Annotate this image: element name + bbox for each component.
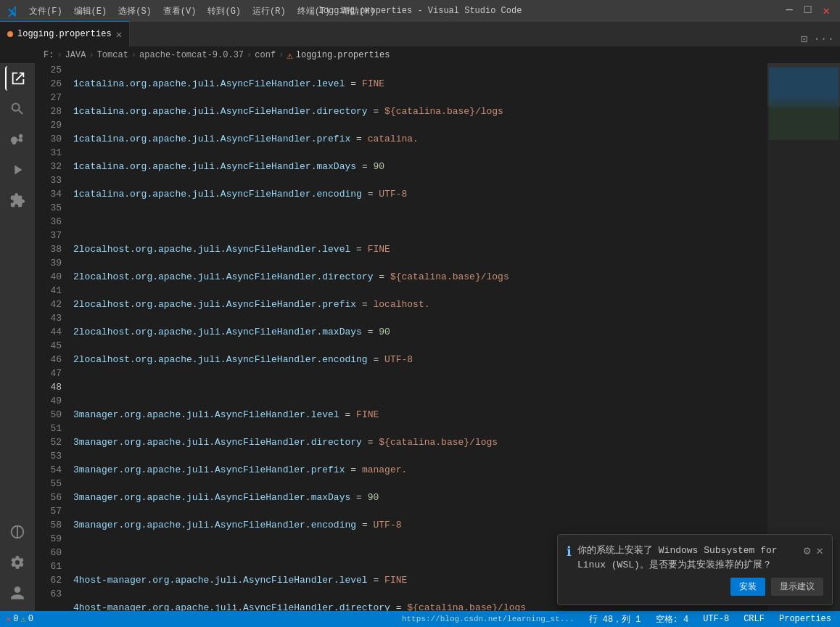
menu-file[interactable]: 文件(F) — [25, 4, 67, 19]
menu-run[interactable]: 运行(R) — [248, 4, 290, 19]
wsl-notification: ℹ 你的系统上安装了 Windows Subsystem for Linux (… — [557, 534, 833, 605]
breadcrumb-tomcat[interactable]: Tomcat — [97, 50, 128, 60]
status-spaces[interactable]: 空格: 4 — [653, 613, 692, 626]
breadcrumb-java[interactable]: JAVA — [65, 50, 86, 60]
notification-header: ℹ 你的系统上安装了 Windows Subsystem for Linux (… — [567, 544, 823, 572]
breadcrumb-filename[interactable]: logging.properties — [296, 50, 390, 60]
code-line-35: 2localhost.org.apache.juli.AsyncFileHand… — [73, 353, 767, 366]
breadcrumb-drive[interactable]: F: — [44, 50, 54, 60]
line-numbers: 25 26 27 28 29 30 31 32 33 34 35 36 37 3… — [35, 63, 67, 611]
activity-bar — [0, 63, 35, 611]
tab-close-button[interactable]: ✕ — [116, 28, 122, 41]
status-errors[interactable]: ✕ 0 ⚠ 0 — [6, 614, 33, 625]
warning-icon: ⚠ — [20, 614, 25, 625]
code-line-38: 3manager.org.apache.juli.AsyncFileHandle… — [73, 435, 767, 449]
activity-settings[interactable] — [5, 550, 30, 575]
activity-extensions[interactable] — [5, 188, 30, 213]
breadcrumb-tomcat-version[interactable]: apache-tomcat-9.0.37 — [139, 50, 244, 60]
code-area[interactable]: 25 26 27 28 29 30 31 32 33 34 35 36 37 3… — [35, 63, 840, 611]
notification-text: 你的系统上安装了 Windows Subsystem for Linux (WS… — [577, 544, 798, 572]
notification-gear-icon[interactable]: ⚙ — [804, 544, 811, 558]
tab-bar-actions: ⊡ ··· — [801, 32, 840, 46]
code-line-39: 3manager.org.apache.juli.AsyncFileHandle… — [73, 463, 767, 477]
minimap-content — [767, 63, 840, 142]
tab-bar: logging.properties ✕ ⊡ ··· — [0, 22, 840, 47]
code-line-31: 2localhost.org.apache.juli.AsyncFileHand… — [73, 242, 767, 256]
notification-actions: 安装 显示建议 — [567, 578, 823, 596]
code-line-36 — [73, 380, 767, 394]
code-line-37: 3manager.org.apache.juli.AsyncFileHandle… — [73, 408, 767, 422]
activity-explorer[interactable] — [5, 66, 30, 91]
menu-edit[interactable]: 编辑(E) — [70, 4, 112, 19]
activity-bar-bottom — [5, 520, 30, 611]
notification-install-button[interactable]: 安装 — [730, 578, 765, 596]
status-line-ending[interactable]: CRLF — [741, 614, 767, 624]
status-bar-right: https://blog.csdn.net/learning_st... 行 4… — [399, 613, 834, 626]
main-area: 25 26 27 28 29 30 31 32 33 34 35 36 37 3… — [0, 63, 840, 611]
breadcrumb-warning-icon: ⚠ — [287, 49, 292, 62]
window-controls[interactable]: — □ ✕ — [783, 4, 833, 18]
code-line-27: 1catalina.org.apache.juli.AsyncFileHandl… — [73, 132, 767, 146]
code-line-29: 1catalina.org.apache.juli.AsyncFileHandl… — [73, 187, 767, 201]
tab-label: logging.properties — [17, 29, 112, 39]
notification-info-icon: ℹ — [567, 544, 572, 560]
more-actions-icon[interactable]: ··· — [813, 33, 834, 46]
code-line-34: 2localhost.org.apache.juli.AsyncFileHand… — [73, 325, 767, 339]
minimize-button[interactable]: — — [783, 4, 796, 18]
warning-count: 0 — [28, 614, 33, 624]
notification-show-button[interactable]: 显示建议 — [771, 578, 823, 596]
editor-container: 25 26 27 28 29 30 31 32 33 34 35 36 37 3… — [35, 63, 840, 611]
notification-close-button[interactable]: ✕ — [816, 544, 823, 558]
maximize-button[interactable]: □ — [802, 4, 815, 18]
breadcrumb: F: › JAVA › Tomcat › apache-tomcat-9.0.3… — [0, 47, 840, 63]
code-line-30 — [73, 215, 767, 229]
error-icon: ✕ — [6, 614, 11, 625]
menu-goto[interactable]: 转到(G) — [203, 4, 245, 19]
status-encoding[interactable]: UTF-8 — [700, 614, 732, 624]
error-count: 0 — [13, 614, 18, 624]
activity-source-control[interactable] — [5, 127, 30, 152]
code-line-25: 1catalina.org.apache.juli.AsyncFileHandl… — [73, 77, 767, 91]
minimap[interactable] — [767, 63, 840, 611]
code-line-40: 3manager.org.apache.juli.AsyncFileHandle… — [73, 491, 767, 504]
status-position[interactable]: 行 48，列 1 — [586, 613, 644, 626]
title-bar: 文件(F) 编辑(E) 选择(S) 查看(V) 转到(G) 运行(R) 终端(T… — [0, 0, 840, 22]
breadcrumb-conf[interactable]: conf — [255, 50, 276, 60]
tab-logging-properties[interactable]: logging.properties ✕ — [0, 21, 130, 46]
status-language[interactable]: Properties — [776, 614, 834, 624]
close-button[interactable]: ✕ — [820, 4, 833, 18]
split-editor-icon[interactable]: ⊡ — [801, 32, 808, 46]
activity-search[interactable] — [5, 97, 30, 121]
activity-remote[interactable] — [5, 520, 30, 544]
status-link[interactable]: https://blog.csdn.net/learning_st... — [399, 615, 577, 623]
editor[interactable]: 25 26 27 28 29 30 31 32 33 34 35 36 37 3… — [35, 63, 840, 611]
code-line-32: 2localhost.org.apache.juli.AsyncFileHand… — [73, 270, 767, 284]
code-content[interactable]: 1catalina.org.apache.juli.AsyncFileHandl… — [67, 63, 767, 611]
code-line-41: 3manager.org.apache.juli.AsyncFileHandle… — [73, 518, 767, 532]
activity-account[interactable] — [5, 581, 30, 605]
menu-view[interactable]: 查看(V) — [159, 4, 201, 19]
code-line-33: 2localhost.org.apache.juli.AsyncFileHand… — [73, 298, 767, 311]
window-title: logging.properties - Visual Studio Code — [318, 6, 522, 16]
activity-run-debug[interactable] — [5, 157, 30, 182]
vscode-logo-icon — [7, 5, 19, 17]
status-bar: ✕ 0 ⚠ 0 https://blog.csdn.net/learning_s… — [0, 611, 840, 627]
code-line-28: 1catalina.org.apache.juli.AsyncFileHandl… — [73, 160, 767, 173]
menu-select[interactable]: 选择(S) — [114, 4, 156, 19]
tab-modified-indicator — [7, 31, 13, 37]
code-line-26: 1catalina.org.apache.juli.AsyncFileHandl… — [73, 104, 767, 118]
